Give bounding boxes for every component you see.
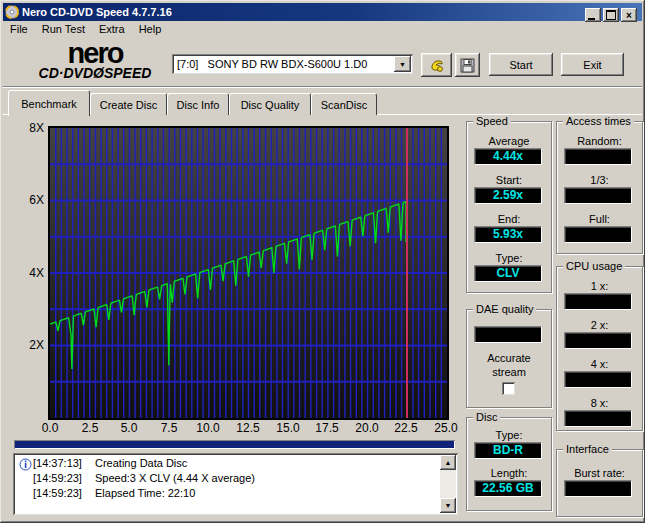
speed-panel: Speed Average 4.44x Start: 2.59x End: 5.… <box>466 121 552 293</box>
interface-panel: Interface Burst rate: <box>556 449 643 517</box>
progress-bar-fill <box>15 441 454 448</box>
tab-scandisc[interactable]: ScanDisc <box>311 93 377 115</box>
drive-select[interactable]: [7:0] SONY BD RW BDX-S600U 1.D0 ▼ <box>172 54 413 74</box>
end-speed-display: 5.93x <box>474 226 542 243</box>
dae-quality-panel: DAE quality Accurate stream <box>466 309 552 408</box>
x-tick: 7.5 <box>153 421 185 435</box>
x-tick: 22.5 <box>390 421 422 435</box>
log-time: [14:37:13] <box>33 457 82 469</box>
start-speed-display: 2.59x <box>474 187 542 204</box>
cpu-2x-display <box>564 332 632 349</box>
cpu-1x-display <box>564 293 632 310</box>
access-times-panel: Access times Random: 1/3: Full: <box>556 121 643 254</box>
save-button[interactable] <box>455 53 480 77</box>
cpu-usage-legend: CPU usage <box>563 260 625 272</box>
log-panel: [14:37:13] Creating Data Disc [14:59:23]… <box>13 453 458 515</box>
dae-quality-legend: DAE quality <box>473 303 536 315</box>
close-button[interactable]: × <box>621 8 637 22</box>
tab-disc-quality[interactable]: Disc Quality <box>229 93 311 115</box>
app-cd-icon <box>5 5 19 19</box>
minimize-button[interactable] <box>585 8 601 22</box>
x-tick: 17.5 <box>311 421 343 435</box>
scroll-down-button[interactable]: ▼ <box>440 498 456 513</box>
nero-logo: nero CD·DVDØSPEED <box>12 40 178 84</box>
x-tick: 20.0 <box>351 421 383 435</box>
close-icon: × <box>626 10 632 21</box>
log-entry: [14:37:13] Creating Data Disc <box>19 457 438 472</box>
log-scrollbar[interactable]: ▲ ▼ <box>440 455 456 513</box>
minimize-icon <box>588 18 595 20</box>
menu-help[interactable]: Help <box>132 22 169 36</box>
cpu-usage-panel: CPU usage 1 x: 2 x: 4 x: 8 x: <box>556 266 643 431</box>
log-entry: [14:59:23] Elapsed Time: 22:10 <box>19 487 438 502</box>
log-entry: [14:59:23] Speed:3 X CLV (4.44 X average… <box>19 472 438 487</box>
chevron-down-icon[interactable]: ▼ <box>394 56 411 72</box>
benchmark-chart <box>48 126 449 420</box>
speed-legend: Speed <box>473 115 511 127</box>
maximize-icon <box>606 10 616 20</box>
menu-bar: File Run Test Extra Help <box>3 21 642 37</box>
cpu-8x-display <box>564 410 632 427</box>
log-text: Creating Data Disc <box>95 457 187 469</box>
random-access-display <box>564 148 632 165</box>
drive-select-value: [7:0] SONY BD RW BDX-S600U 1.D0 <box>177 58 367 70</box>
speed-options-button[interactable] <box>421 53 452 77</box>
app-window: Nero CD-DVD Speed 4.7.7.16 × File Run Te… <box>0 0 645 523</box>
disc-legend: Disc <box>473 411 500 423</box>
cddvdspeed-logo-text: CD·DVDØSPEED <box>12 66 178 80</box>
menu-file[interactable]: File <box>3 22 35 36</box>
x-tick: 0.0 <box>34 421 66 435</box>
menu-run-test[interactable]: Run Test <box>35 22 92 36</box>
full-access-display <box>564 226 632 243</box>
x-tick: 2.5 <box>74 421 106 435</box>
access-times-legend: Access times <box>563 115 634 127</box>
log-text: Speed:3 X CLV (4.44 X average) <box>95 472 255 484</box>
progress-bar <box>14 440 455 449</box>
speed-type-display: CLV <box>474 265 542 282</box>
y-tick: 2X <box>16 338 44 352</box>
log-time: [14:59:23] <box>33 487 82 499</box>
interface-legend: Interface <box>563 443 612 455</box>
tab-disc-info[interactable]: Disc Info <box>167 93 229 115</box>
scroll-down-icon: ▼ <box>445 502 452 509</box>
x-tick: 5.0 <box>113 421 145 435</box>
x-tick: 25.0 <box>430 421 462 435</box>
disc-panel: Disc Type: BD-R Length: 22.56 GB <box>466 417 552 511</box>
log-text: Elapsed Time: 22:10 <box>95 487 195 499</box>
exit-button[interactable]: Exit <box>561 53 624 76</box>
y-tick: 8X <box>16 121 44 135</box>
menu-extra[interactable]: Extra <box>92 22 132 36</box>
cpu-4x-display <box>564 371 632 388</box>
speed-options-icon <box>428 56 446 74</box>
x-tick: 15.0 <box>272 421 304 435</box>
info-icon <box>19 458 32 471</box>
tab-create-disc[interactable]: Create Disc <box>90 93 167 115</box>
save-icon <box>460 58 475 73</box>
y-tick: 6X <box>16 193 44 207</box>
dae-quality-display <box>474 326 542 343</box>
x-tick: 12.5 <box>232 421 264 435</box>
accurate-stream-checkbox[interactable] <box>502 382 515 395</box>
scroll-up-button[interactable]: ▲ <box>440 455 456 470</box>
nero-logo-text: nero <box>12 40 178 66</box>
tab-benchmark[interactable]: Benchmark <box>8 90 90 116</box>
log-time: [14:59:23] <box>33 472 82 484</box>
scroll-up-icon: ▲ <box>445 459 452 466</box>
window-title: Nero CD-DVD Speed 4.7.7.16 <box>22 6 172 18</box>
title-bar: Nero CD-DVD Speed 4.7.7.16 × <box>3 3 642 21</box>
y-tick: 4X <box>16 266 44 280</box>
maximize-button[interactable] <box>603 8 619 22</box>
x-tick: 10.0 <box>192 421 224 435</box>
average-speed-display: 4.44x <box>474 148 542 165</box>
disc-type-display: BD-R <box>474 442 542 459</box>
start-button[interactable]: Start <box>489 53 553 76</box>
disc-length-display: 22.56 GB <box>474 480 542 497</box>
one-third-access-display <box>564 187 632 204</box>
burst-rate-display <box>564 480 632 497</box>
